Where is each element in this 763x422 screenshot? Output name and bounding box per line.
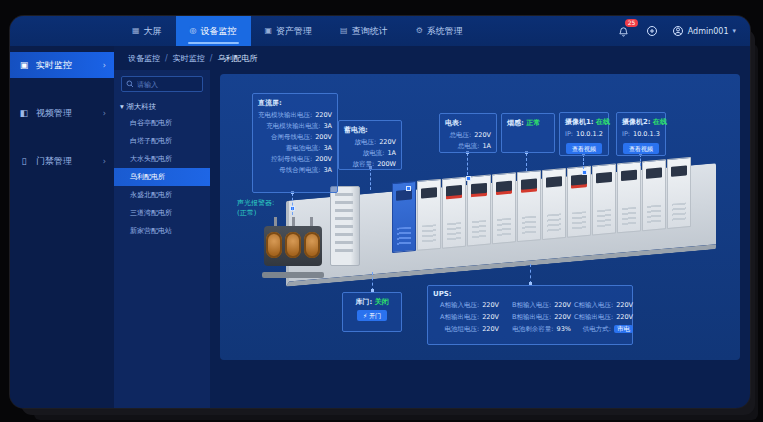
panel-meter: 电表: 总电压:220V 总电流:1A xyxy=(439,113,497,153)
field-value: 220V xyxy=(482,313,499,321)
connector-line xyxy=(526,153,527,171)
field-label: 放电流: xyxy=(363,149,385,157)
field-value: 220V xyxy=(379,138,396,146)
field-value: 3A xyxy=(323,122,332,130)
sensor-marker[interactable] xyxy=(466,176,471,181)
transformer-3d xyxy=(262,212,324,280)
sidebar-item-access-control[interactable]: ▯ 门禁管理 › xyxy=(10,148,114,174)
camera-status: 在线 xyxy=(653,118,667,126)
sidebar-item-realtime-monitor[interactable]: ▣ 实时监控 › xyxy=(10,52,114,78)
nav-item-query-stats[interactable]: ▤ 查询统计 xyxy=(326,16,402,46)
left-sidebar: ▣ 实时监控 › ◧ 视频管理 › ▯ 门禁管理 › xyxy=(10,46,114,408)
tree-item-station[interactable]: 永盛北配电所 xyxy=(114,186,210,204)
switchgear-cabinet xyxy=(542,168,566,240)
video-icon: ◧ xyxy=(18,108,30,118)
view-video-button[interactable]: 查看视频 xyxy=(566,143,602,154)
nav-right-tools: 25 Admin001 ▾ xyxy=(616,16,736,46)
door-label: 库门: xyxy=(355,298,372,306)
ip-value: 10.0.1.2 xyxy=(576,130,603,138)
field-value: 200V xyxy=(315,133,332,141)
switchgear-cabinet xyxy=(517,170,541,242)
sidebar-item-video-management[interactable]: ◧ 视频管理 › xyxy=(10,100,114,126)
supply-mode-value: 市电 xyxy=(614,325,633,333)
field-value: 220V xyxy=(554,301,571,309)
tree-root-label: 湖大科技 xyxy=(126,102,156,111)
transformer-coil xyxy=(304,232,320,258)
breadcrumb-item-current: 乌利配电所 xyxy=(217,53,257,64)
username: Admin001 xyxy=(688,27,729,36)
switchgear-cabinet xyxy=(592,164,616,236)
connector-line xyxy=(292,193,293,215)
panel-door: 库门: 关闭 ⚡ 开门 xyxy=(342,292,402,332)
switchgear-cabinet xyxy=(642,159,666,231)
field-value: 1A xyxy=(387,149,396,157)
tree-item-station-selected[interactable]: 乌利配电所 xyxy=(114,168,210,186)
transformer-coil xyxy=(266,232,282,258)
open-door-button[interactable]: ⚡ 开门 xyxy=(357,310,387,321)
nav-item-device-monitor[interactable]: ◎ 设备监控 xyxy=(176,16,251,46)
tree-item-station[interactable]: 白塔子配电所 xyxy=(114,132,210,150)
door-access-icon: ▯ xyxy=(18,156,30,166)
sensor-marker[interactable] xyxy=(582,170,587,175)
station-tree-panel: ▾ 湖大科技 白谷亭配电所 白塔子配电所 大水头配电所 乌利配电所 永盛北配电所… xyxy=(114,70,210,408)
user-menu[interactable]: Admin001 ▾ xyxy=(672,25,736,37)
field-label: 充电模块输出电压: xyxy=(258,111,312,119)
screen-icon: ▦ xyxy=(132,16,140,46)
panel-smoke-detector: 烟感: 正常 xyxy=(501,113,555,153)
transformer-coil xyxy=(285,232,301,258)
nav-item-assets[interactable]: ▣ 资产管理 xyxy=(251,16,327,46)
tree-root-node[interactable]: ▾ 湖大科技 xyxy=(114,98,210,114)
field-value: 220V xyxy=(482,301,499,309)
view-video-button[interactable]: 查看视频 xyxy=(623,143,659,154)
panel-title: 电表: xyxy=(445,118,491,128)
field-label: B相输入电压: xyxy=(512,301,551,309)
ip-value: 10.0.1.3 xyxy=(633,130,660,138)
chevron-right-icon: › xyxy=(103,109,106,118)
search-input[interactable] xyxy=(137,81,198,88)
asset-icon: ▣ xyxy=(265,16,273,46)
panel-title: UPS: xyxy=(433,290,627,298)
switchgear-cabinet xyxy=(392,181,416,253)
nav-label: 大屏 xyxy=(144,16,162,46)
panel-dc-screen: 直流屏: 充电模块输出电压:220V 充电模块输出电流:3A 合闸母线电压:20… xyxy=(252,93,338,193)
nav-item-bigscreen[interactable]: ▦ 大屏 xyxy=(118,16,176,46)
field-label: A相输出电压: xyxy=(440,313,479,321)
settings-icon: ⚙ xyxy=(416,16,423,46)
breadcrumb-item[interactable]: 设备监控 xyxy=(128,53,160,64)
ip-label: IP: xyxy=(565,130,573,138)
tree-item-station[interactable]: 白谷亭配电所 xyxy=(114,114,210,132)
user-avatar-icon xyxy=(672,25,684,37)
switchgear-cabinet xyxy=(442,177,466,249)
ups-grid: A相输入电压:220V B相输入电压:220V C相输入电压:220V A相输出… xyxy=(433,300,627,335)
field-value: 3A xyxy=(323,166,332,174)
field-value: 220V xyxy=(554,313,571,321)
connector-line xyxy=(530,264,531,284)
caret-down-icon: ▾ xyxy=(120,102,124,111)
sensor-marker[interactable] xyxy=(406,186,411,191)
tree-item-station[interactable]: 三道湾配电所 xyxy=(114,204,210,222)
nav-label: 设备监控 xyxy=(201,16,237,46)
breadcrumb-item[interactable]: 实时监控 xyxy=(173,53,205,64)
chevron-down-icon: ▾ xyxy=(732,27,736,35)
connector-line xyxy=(370,168,371,190)
switchgear-cabinet xyxy=(467,174,491,246)
chevron-right-icon: › xyxy=(103,157,106,166)
alarm-status-label: 声光报警器: (正常) xyxy=(237,198,274,218)
field-label: 控制母线电压: xyxy=(271,155,312,163)
tree-item-station[interactable]: 新家营配电站 xyxy=(114,222,210,240)
field-value: 220V xyxy=(482,325,499,333)
sidebar-label: 实时监控 xyxy=(36,59,72,72)
nav-item-system[interactable]: ⚙ 系统管理 xyxy=(402,16,477,46)
fullscreen-icon[interactable] xyxy=(644,23,660,39)
notification-bell-icon[interactable]: 25 xyxy=(616,23,632,39)
field-label: C相输入电压: xyxy=(574,301,613,309)
field-value: 200W xyxy=(377,160,396,168)
dc-cabinet-3d xyxy=(330,186,360,266)
field-label: C相输出电压: xyxy=(574,313,613,321)
field-value: 1A xyxy=(482,142,491,150)
tree-item-station[interactable]: 大水头配电所 xyxy=(114,150,210,168)
field-label: 总电压: xyxy=(449,131,471,139)
switchgear-cabinet xyxy=(667,157,691,229)
door-status: 关闭 xyxy=(375,298,389,306)
panel-title: 烟感: xyxy=(507,119,524,127)
